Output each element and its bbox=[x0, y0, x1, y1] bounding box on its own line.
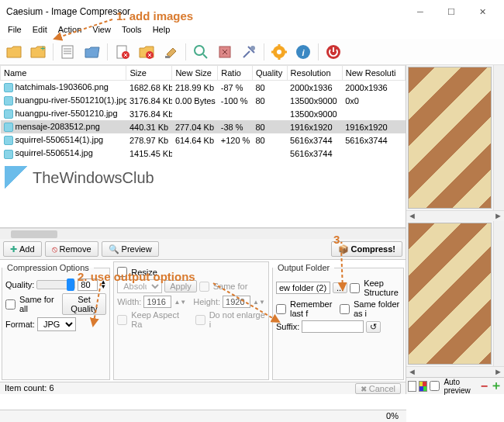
compress-button[interactable]: 📦Compress! bbox=[331, 241, 402, 257]
preview-toolbar: Auto preview − ＋ bbox=[406, 377, 504, 394]
progress-bar: 0% bbox=[0, 410, 406, 422]
resize-title: Resize bbox=[131, 268, 157, 277]
progress-pct: 0% bbox=[386, 411, 399, 421]
fit-icon[interactable] bbox=[408, 381, 416, 392]
titlebar: Caesium - Image Compressor ─ ☐ ✕ bbox=[0, 0, 504, 23]
preview2-hscroll[interactable]: ◄► bbox=[406, 366, 504, 377]
quality-slider[interactable] bbox=[36, 280, 75, 289]
action-bar: ✚Add ⦸Remove 🔍Preview 📦Compress! bbox=[0, 239, 406, 259]
auto-preview-checkbox[interactable] bbox=[430, 381, 440, 391]
menu-file[interactable]: File bbox=[3, 23, 26, 39]
actual-icon[interactable] bbox=[419, 381, 427, 392]
no-enlarge-checkbox[interactable] bbox=[195, 315, 205, 325]
settings-icon[interactable] bbox=[268, 41, 290, 63]
keep-aspect-checkbox[interactable] bbox=[117, 315, 127, 325]
open-folder-icon[interactable] bbox=[81, 41, 103, 63]
file-icon bbox=[4, 109, 13, 119]
resize-mode-select[interactable]: Absolute bbox=[117, 279, 162, 293]
resize-samefor-checkbox[interactable] bbox=[199, 282, 209, 292]
table-row[interactable]: hatchimals-1903606.png1682.68 Kb218.99 K… bbox=[1, 81, 406, 95]
zoom-out-icon[interactable]: − bbox=[481, 379, 488, 393]
preview-compressed bbox=[408, 223, 492, 365]
preview-original bbox=[408, 67, 492, 209]
table-row[interactable]: squirrel-5506514(1).jpg278.97 Kb614.64 K… bbox=[1, 133, 406, 147]
suffix-reset-button[interactable]: ↺ bbox=[366, 321, 381, 333]
file-icon bbox=[4, 150, 13, 159]
same-for-all-label: Same for all bbox=[19, 295, 60, 313]
same-folder-checkbox[interactable] bbox=[340, 304, 350, 314]
menubar: File Edit Action View Tools Help bbox=[0, 23, 504, 39]
browse-button[interactable]: ... bbox=[333, 282, 347, 293]
tools-icon[interactable] bbox=[238, 41, 260, 63]
quality-input[interactable] bbox=[78, 278, 98, 291]
width-input[interactable] bbox=[143, 296, 171, 308]
suffix-input[interactable] bbox=[302, 320, 364, 333]
resize-panel: Resize Absolute Apply Same for Width: ▲▼… bbox=[113, 261, 269, 380]
set-quality-button[interactable]: Set Quality bbox=[62, 293, 106, 315]
power-icon[interactable] bbox=[323, 41, 344, 63]
remember-last-checkbox[interactable] bbox=[276, 304, 286, 314]
height-input[interactable] bbox=[223, 296, 250, 308]
table-row[interactable]: squirrel-5506514.jpg1415.45 Kb5616x3744 bbox=[1, 147, 406, 160]
add-folder-icon[interactable]: + bbox=[27, 41, 49, 63]
format-label: Format: bbox=[5, 320, 35, 329]
close-button[interactable]: ✕ bbox=[467, 1, 498, 22]
height-label: Height: bbox=[193, 297, 220, 306]
info-icon[interactable]: i bbox=[292, 41, 314, 63]
table-row[interactable]: huangpu-river-5501210(1).jpg3176.84 Kb0.… bbox=[1, 94, 406, 107]
table-row[interactable]: mensaje-2083512.png440.31 Kb277.04 Kb-38… bbox=[1, 120, 406, 133]
quality-label: Quality: bbox=[5, 280, 34, 289]
maximize-button[interactable]: ☐ bbox=[436, 1, 467, 22]
col-header[interactable]: Quality bbox=[252, 66, 287, 81]
zoom-icon[interactable] bbox=[190, 41, 212, 63]
menu-tools[interactable]: Tools bbox=[117, 23, 147, 39]
remove-button[interactable]: ⦸Remove bbox=[45, 241, 98, 257]
add-button[interactable]: ✚Add bbox=[3, 241, 42, 257]
quality-stepper[interactable]: ▲▼ bbox=[100, 280, 106, 289]
menu-help[interactable]: Help bbox=[148, 23, 175, 39]
menu-action[interactable]: Action bbox=[54, 23, 87, 39]
open-list-icon[interactable] bbox=[57, 41, 79, 63]
same-for-all-checkbox[interactable] bbox=[5, 299, 16, 310]
format-select[interactable]: JPG bbox=[37, 317, 76, 331]
svg-point-8 bbox=[250, 46, 255, 50]
remove-folder-icon[interactable] bbox=[136, 41, 157, 63]
svg-point-6 bbox=[195, 46, 204, 55]
table-hscroll[interactable] bbox=[0, 228, 406, 239]
col-header[interactable]: New Resoluti bbox=[342, 66, 405, 81]
preview-button[interactable]: 🔍Preview bbox=[102, 241, 159, 257]
col-header[interactable]: Size bbox=[126, 66, 172, 81]
zoom-in-icon[interactable]: ＋ bbox=[490, 378, 502, 394]
add-file-icon[interactable] bbox=[3, 41, 25, 63]
window-title: Caesium - Image Compressor bbox=[6, 6, 405, 17]
clear-icon[interactable] bbox=[160, 41, 181, 63]
apply-button[interactable]: Apply bbox=[164, 280, 197, 292]
output-path-input[interactable] bbox=[276, 282, 330, 294]
col-header[interactable]: Name bbox=[1, 66, 126, 81]
item-count: Item count: 6 bbox=[5, 383, 54, 393]
menu-view[interactable]: View bbox=[88, 23, 116, 39]
file-table[interactable]: NameSizeNew SizeRatioQualityResolutionNe… bbox=[0, 65, 406, 161]
no-enlarge-label: Do not enlarge i bbox=[209, 310, 265, 329]
col-header[interactable]: New Size bbox=[172, 66, 218, 81]
resize-samefor-label: Same for bbox=[213, 282, 248, 291]
preview1-hscroll[interactable]: ◄► bbox=[406, 210, 504, 221]
cancel-button[interactable]: ✖ Cancel bbox=[355, 383, 401, 394]
preview2-vscroll[interactable] bbox=[493, 221, 504, 366]
keep-structure-checkbox[interactable] bbox=[350, 283, 360, 293]
minimize-button[interactable]: ─ bbox=[405, 1, 436, 22]
file-icon bbox=[4, 123, 13, 132]
resize-checkbox[interactable] bbox=[117, 267, 127, 277]
menu-edit[interactable]: Edit bbox=[28, 23, 52, 39]
keep-aspect-label: Keep Aspect Ra bbox=[131, 310, 188, 329]
compression-title: Compression Options bbox=[2, 261, 94, 274]
svg-rect-5 bbox=[165, 56, 170, 58]
table-row[interactable]: huangpu-river-5501210.jpg3176.84 Kb13500… bbox=[1, 107, 406, 120]
col-header[interactable]: Resolution bbox=[287, 66, 342, 81]
output-title: Output Folder bbox=[273, 261, 334, 274]
preview1-vscroll[interactable] bbox=[493, 65, 504, 210]
auto-preview-label: Auto preview bbox=[444, 378, 478, 395]
col-header[interactable]: Ratio bbox=[218, 66, 253, 81]
compress-icon[interactable] bbox=[214, 41, 236, 63]
remove-file-icon[interactable] bbox=[112, 41, 133, 63]
